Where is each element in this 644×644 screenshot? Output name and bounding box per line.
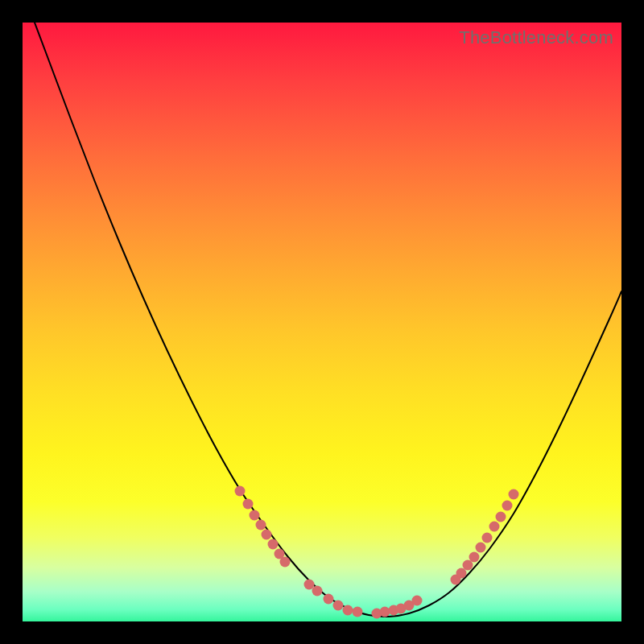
highlight-dot: [343, 605, 353, 616]
bottleneck-chart-svg: [23, 23, 621, 621]
highlight-dot: [280, 557, 291, 568]
highlight-dot: [509, 489, 519, 500]
highlight-dot: [489, 522, 500, 532]
highlight-dot: [380, 607, 390, 617]
highlight-dot: [256, 520, 266, 530]
chart-frame: TheBottleneck.com: [0, 0, 644, 644]
highlight-dot: [412, 596, 423, 606]
highlight-dot: [324, 594, 334, 605]
highlight-dot: [333, 601, 344, 611]
chart-plot-area: TheBottleneck.com: [23, 23, 621, 621]
highlight-dot: [476, 543, 486, 553]
highlight-dot: [262, 530, 272, 540]
highlight-dot: [496, 512, 506, 522]
highlight-dot: [250, 510, 260, 521]
bottleneck-curve: [23, 0, 621, 617]
highlight-dot: [235, 486, 246, 497]
highlight-dot: [312, 586, 323, 597]
highlight-dot: [469, 552, 480, 563]
highlight-dots: [235, 486, 519, 619]
highlight-dot: [268, 539, 279, 550]
highlight-dot: [353, 607, 363, 617]
highlight-dot: [502, 501, 513, 511]
highlight-dot: [243, 499, 254, 510]
highlight-dot: [482, 533, 493, 543]
